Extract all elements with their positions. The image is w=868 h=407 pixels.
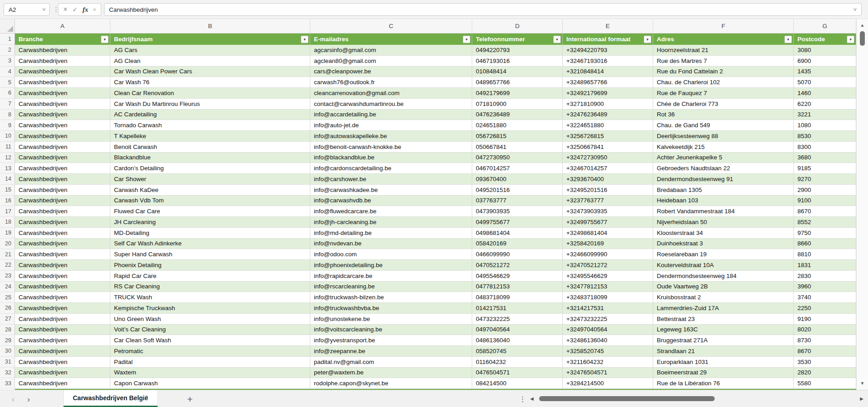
cell-C28[interactable]: info@voitscarcleaning.be <box>310 325 472 335</box>
row-header-14[interactable]: 14 <box>0 174 15 185</box>
cell-E25[interactable]: +32483718099 <box>563 292 653 303</box>
cell-E27[interactable]: +32473232225 <box>563 314 653 325</box>
header-cell-bedrijfsnaam[interactable]: Bedrijfsnaam▾ <box>110 34 310 45</box>
cell-E31[interactable]: +3211604232 <box>563 357 653 368</box>
scroll-up-icon[interactable]: ▲ <box>857 23 868 28</box>
cell-F17[interactable]: Robert Vandammestraat 184 <box>653 206 794 217</box>
cell-C23[interactable]: info@rapidcarcare.be <box>310 271 472 282</box>
cell-B21[interactable]: Super Hand Carwash <box>110 249 310 260</box>
cell-F20[interactable]: Duinhoekstraat 3 <box>653 239 794 249</box>
cell-G4[interactable]: 1435 <box>794 67 856 77</box>
scroll-left-icon[interactable]: ◀ <box>530 397 534 401</box>
next-sheet-icon[interactable]: › <box>27 394 30 403</box>
cell-E17[interactable]: +32473903935 <box>563 206 653 217</box>
cell-A27[interactable]: Carwashbedrijven <box>15 314 110 325</box>
cell-C29[interactable]: info@yvestransport.be <box>310 335 472 346</box>
cell-B3[interactable]: AG Clean <box>110 56 310 67</box>
cell-D5[interactable]: 0489657766 <box>472 77 563 88</box>
cell-C20[interactable]: info@nvdevan.be <box>310 239 472 249</box>
cell-G25[interactable]: 3740 <box>794 292 856 303</box>
cell-G7[interactable]: 6220 <box>794 99 856 110</box>
cell-D12[interactable]: 0472730950 <box>472 153 563 163</box>
cell-G22[interactable]: 1831 <box>794 260 856 271</box>
cell-D13[interactable]: 0467014257 <box>472 163 563 174</box>
cell-E22[interactable]: +32470521272 <box>563 260 653 271</box>
cell-C3[interactable]: agclean80@gmail.com <box>310 56 472 67</box>
cell-A33[interactable]: Carwashbedrijven <box>15 378 110 389</box>
row-header-4[interactable]: 4 <box>0 67 15 77</box>
cell-D25[interactable]: 0483718099 <box>472 292 563 303</box>
cell-D32[interactable]: 0476504571 <box>472 368 563 378</box>
row-header-17[interactable]: 17 <box>0 206 15 217</box>
cell-B10[interactable]: T Kapelleke <box>110 131 310 142</box>
cell-F31[interactable]: Europarklaan 1031 <box>653 357 794 368</box>
header-cell-adres[interactable]: Adres▾ <box>653 34 794 45</box>
cell-D29[interactable]: 0486136040 <box>472 335 563 346</box>
name-box[interactable]: A2 ˅ <box>4 3 50 16</box>
cell-C7[interactable]: contact@carwashdumartinrou.be <box>310 99 472 110</box>
cell-G23[interactable]: 2830 <box>794 271 856 282</box>
row-header-9[interactable]: 9 <box>0 120 15 131</box>
header-cell-branche[interactable]: Branche▾ <box>15 34 110 45</box>
cell-D14[interactable]: 093670400 <box>472 174 563 185</box>
cell-G16[interactable]: 9100 <box>794 196 856 206</box>
cell-D17[interactable]: 0473903935 <box>472 206 563 217</box>
row-header-23[interactable]: 23 <box>0 271 15 282</box>
cell-C22[interactable]: info@phoenixdetailing.be <box>310 260 472 271</box>
row-header-12[interactable]: 12 <box>0 153 15 163</box>
cell-E10[interactable]: +3256726815 <box>563 131 653 142</box>
row-header-28[interactable]: 28 <box>0 325 15 335</box>
prev-sheet-icon[interactable]: ‹ <box>12 394 14 403</box>
cell-A3[interactable]: Carwashbedrijven <box>15 56 110 67</box>
cell-A7[interactable]: Carwashbedrijven <box>15 99 110 110</box>
cell-F7[interactable]: Chée de Charleroi 773 <box>653 99 794 110</box>
add-sheet-button[interactable]: + <box>183 394 197 403</box>
cell-B33[interactable]: Capon Carwash <box>110 378 310 389</box>
cell-E13[interactable]: +32467014257 <box>563 163 653 174</box>
cell-B5[interactable]: Car Wash 76 <box>110 77 310 88</box>
cell-C32[interactable]: peter@waxtem.be <box>310 368 472 378</box>
cell-B19[interactable]: MD-Detailing <box>110 228 310 239</box>
cell-A31[interactable]: Carwashbedrijven <box>15 357 110 368</box>
cell-D20[interactable]: 058420169 <box>472 239 563 249</box>
cell-E29[interactable]: +32486136040 <box>563 335 653 346</box>
cell-B4[interactable]: Car Wash Clean Power Cars <box>110 67 310 77</box>
cell-E24[interactable]: +32477812153 <box>563 282 653 292</box>
cell-C18[interactable]: info@jh-carcleaning.be <box>310 217 472 228</box>
cell-D24[interactable]: 0477812153 <box>472 282 563 292</box>
cell-D11[interactable]: 050667841 <box>472 142 563 153</box>
cell-C4[interactable]: cars@cleanpower.be <box>310 67 472 77</box>
cell-C26[interactable]: info@truckwashbvba.be <box>310 303 472 314</box>
cell-E5[interactable]: +32489657766 <box>563 77 653 88</box>
cell-C19[interactable]: info@md-detailing.be <box>310 228 472 239</box>
cell-A6[interactable]: Carwashbedrijven <box>15 88 110 99</box>
cell-F27[interactable]: Bettestraat 23 <box>653 314 794 325</box>
cell-F28[interactable]: Legeweg 163C <box>653 325 794 335</box>
cell-F33[interactable]: Rue de la Libération 76 <box>653 378 794 389</box>
formula-input[interactable]: Carwashbedrijven ˅ <box>104 3 862 16</box>
cell-D21[interactable]: 0466099990 <box>472 249 563 260</box>
cell-B31[interactable]: Padital <box>110 357 310 368</box>
column-header-G[interactable]: G <box>794 19 856 33</box>
filter-button-branche[interactable]: ▾ <box>101 35 109 43</box>
row-header-18[interactable]: 18 <box>0 217 15 228</box>
cell-G17[interactable]: 8670 <box>794 206 856 217</box>
row-header-30[interactable]: 30 <box>0 346 15 357</box>
cell-E6[interactable]: +32492179699 <box>563 88 653 99</box>
cell-C5[interactable]: carwash76@outlook.fr <box>310 77 472 88</box>
cell-A2[interactable]: Carwashbedrijven <box>15 45 110 56</box>
cell-D7[interactable]: 071810900 <box>472 99 563 110</box>
cell-C11[interactable]: info@benoit-carwash-knokke.be <box>310 142 472 153</box>
cell-B25[interactable]: TRUCK Wash <box>110 292 310 303</box>
cell-C21[interactable]: info@odoo.com <box>310 249 472 260</box>
row-header-19[interactable]: 19 <box>0 228 15 239</box>
cell-C12[interactable]: info@blackandblue.be <box>310 153 472 163</box>
column-header-A[interactable]: A <box>15 19 110 33</box>
cell-F18[interactable]: Nijverheidslaan 50 <box>653 217 794 228</box>
cell-G33[interactable]: 5580 <box>794 378 856 389</box>
cell-G3[interactable]: 6900 <box>794 56 856 67</box>
row-header-15[interactable]: 15 <box>0 185 15 196</box>
cell-C25[interactable]: info@truckwash-bilzen.be <box>310 292 472 303</box>
cell-A14[interactable]: Carwashbedrijven <box>15 174 110 185</box>
confirm-entry-icon[interactable]: ✓ <box>72 6 78 13</box>
